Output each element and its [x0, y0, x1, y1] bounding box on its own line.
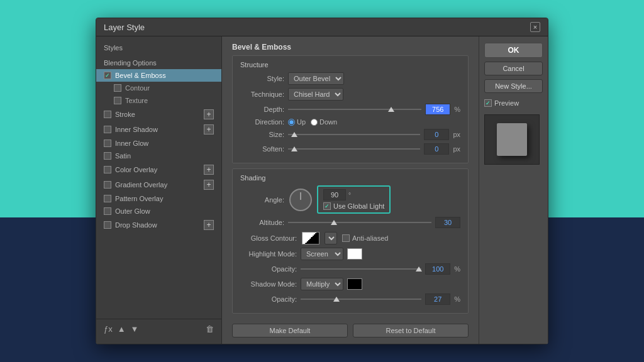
size-row: Size: px [240, 129, 460, 140]
contour-select[interactable] [325, 232, 337, 244]
angle-input-row: ° [323, 189, 384, 200]
outer-glow-checkbox[interactable] [104, 207, 111, 215]
inner-glow-checkbox[interactable] [104, 140, 111, 147]
sidebar-item-inner-shadow[interactable]: Inner Shadow + [96, 122, 221, 137]
sidebar-item-stroke[interactable]: Stroke + [96, 107, 221, 122]
direction-down-radio[interactable] [311, 119, 318, 126]
contour-preview[interactable] [302, 232, 319, 244]
altitude-input[interactable] [435, 217, 460, 228]
drop-shadow-add-button[interactable]: + [204, 220, 214, 230]
texture-checkbox[interactable] [114, 97, 121, 104]
highlight-opacity-input[interactable] [425, 263, 450, 275]
sidebar-item-texture[interactable]: Texture [96, 94, 221, 107]
highlight-opacity-slider[interactable] [301, 268, 421, 270]
move-down-icon[interactable]: ▼ [131, 324, 139, 334]
technique-row: Technique: Chisel Hard Smooth Chisel Sof… [240, 88, 460, 101]
sidebar-item-satin[interactable]: Satin [96, 150, 221, 162]
inner-glow-label: Inner Glow [115, 140, 148, 147]
contour-checkbox[interactable] [114, 84, 121, 92]
depth-unit: % [454, 106, 460, 113]
shadow-opacity-row: Opacity: % [240, 293, 460, 305]
bevel-emboss-checkbox[interactable] [104, 72, 111, 79]
direction-up-label: Up [297, 118, 306, 126]
close-button[interactable]: × [530, 22, 540, 32]
stroke-checkbox[interactable] [104, 111, 111, 118]
depth-slider[interactable] [288, 109, 421, 110]
reset-to-default-button[interactable]: Reset to Default [353, 324, 469, 337]
drop-shadow-checkbox[interactable] [104, 221, 111, 229]
anti-alias-checkbox[interactable] [342, 234, 350, 242]
new-style-button[interactable]: New Style... [484, 79, 543, 93]
outer-glow-label: Outer Glow [115, 207, 150, 215]
satin-checkbox[interactable] [104, 152, 111, 160]
sidebar-item-color-overlay[interactable]: Color Overlay + [96, 162, 221, 177]
altitude-slider[interactable] [288, 222, 431, 223]
depth-input[interactable] [425, 104, 450, 115]
stroke-add-button[interactable]: + [204, 109, 214, 119]
sidebar-item-contour[interactable]: Contour [96, 82, 221, 94]
sidebar-item-inner-glow[interactable]: Inner Glow [96, 137, 221, 150]
shadow-opacity-unit: % [454, 295, 460, 303]
sidebar-item-outer-glow[interactable]: Outer Glow [96, 205, 221, 217]
move-up-icon[interactable]: ▲ [118, 324, 126, 334]
angle-dial[interactable] [289, 189, 312, 211]
style-select[interactable]: Outer Bevel Inner Bevel Emboss [288, 72, 344, 85]
ok-button[interactable]: OK [484, 43, 543, 58]
fx-icon[interactable]: ƒx [104, 324, 113, 334]
pattern-overlay-label: Pattern Overlay [115, 195, 163, 202]
size-slider[interactable] [288, 134, 420, 135]
shadow-opacity-input[interactable] [425, 293, 450, 305]
gradient-overlay-checkbox[interactable] [104, 181, 111, 189]
delete-icon[interactable]: 🗑 [206, 324, 214, 334]
shadow-opacity-slider[interactable] [301, 299, 421, 300]
stroke-label: Stroke [115, 111, 135, 118]
inner-shadow-add-button[interactable]: + [204, 124, 214, 134]
anti-alias-label: Anti-aliased [352, 234, 388, 242]
color-overlay-add-button[interactable]: + [204, 165, 214, 175]
anti-alias-group: Anti-aliased [342, 234, 388, 242]
highlight-color-swatch[interactable] [347, 248, 362, 260]
sidebar-item-bevel-emboss[interactable]: Bevel & Emboss [96, 69, 221, 82]
shadow-mode-select[interactable]: Multiply Normal Screen [301, 278, 343, 290]
bevel-emboss-label: Bevel & Emboss [115, 72, 166, 79]
highlight-mode-label: Highlight Mode: [240, 250, 297, 258]
style-row: Style: Outer Bevel Inner Bevel Emboss [240, 72, 460, 85]
color-overlay-label: Color Overlay [115, 166, 157, 173]
size-input[interactable] [424, 129, 449, 140]
pattern-overlay-checkbox[interactable] [104, 195, 111, 202]
contour-label: Contour [125, 84, 150, 92]
technique-label: Technique: [240, 90, 284, 98]
sidebar-item-drop-shadow[interactable]: Drop Shadow + [96, 217, 221, 233]
gradient-overlay-add-button[interactable]: + [204, 180, 214, 190]
global-light-checkbox[interactable] [323, 202, 331, 210]
direction-up-radio[interactable] [288, 119, 295, 126]
color-overlay-checkbox[interactable] [104, 166, 111, 173]
section-title: Bevel & Emboss [232, 43, 469, 52]
titlebar: Layer Style × [96, 18, 548, 36]
make-default-button[interactable]: Make Default [232, 324, 348, 337]
blending-options-item[interactable]: Blending Options [96, 57, 221, 69]
direction-up-option[interactable]: Up [288, 118, 306, 126]
sidebar-item-gradient-overlay[interactable]: Gradient Overlay + [96, 177, 221, 192]
inner-shadow-checkbox[interactable] [104, 126, 111, 133]
soften-input[interactable] [424, 143, 449, 155]
size-label: Size: [240, 131, 284, 138]
angle-row: Angle: ° Use Global Light [240, 185, 460, 214]
soften-slider[interactable] [288, 148, 420, 150]
soften-row: Soften: px [240, 143, 460, 155]
angle-input[interactable] [323, 189, 346, 200]
styles-header: Styles [96, 41, 221, 57]
preview-checkbox[interactable] [484, 99, 492, 107]
depth-label: Depth: [240, 106, 284, 113]
technique-select[interactable]: Chisel Hard Smooth Chisel Soft [288, 88, 343, 101]
shadow-color-swatch[interactable] [347, 278, 362, 290]
direction-down-option[interactable]: Down [311, 118, 337, 126]
blending-options-label: Blending Options [104, 59, 157, 67]
cancel-button[interactable]: Cancel [484, 62, 543, 75]
depth-row: Depth: % [240, 104, 460, 115]
right-buttons-panel: OK Cancel New Style... Preview [479, 36, 548, 344]
gradient-overlay-label: Gradient Overlay [115, 181, 167, 189]
sidebar-item-pattern-overlay[interactable]: Pattern Overlay [96, 192, 221, 205]
soften-label: Soften: [240, 145, 284, 153]
highlight-mode-select[interactable]: Screen Normal Multiply [301, 248, 343, 260]
